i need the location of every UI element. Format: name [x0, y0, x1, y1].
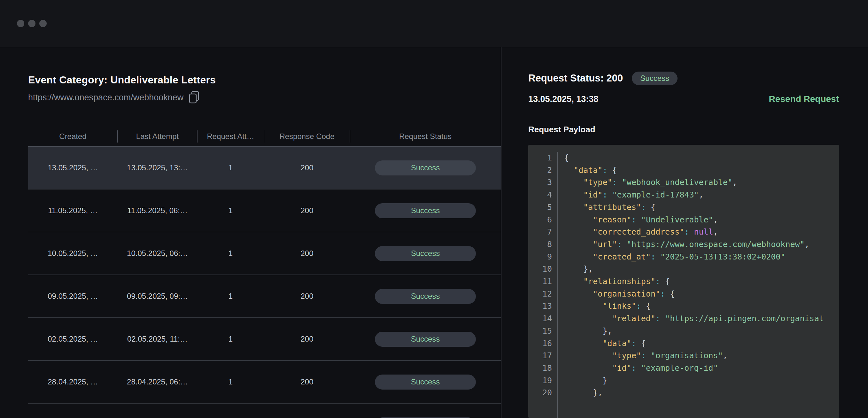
line-number: 9	[533, 251, 552, 263]
code-line: "data": {	[564, 337, 839, 350]
table-body: 13.05.2025, … 13.05.2025, 13:… 1 200 Suc…	[28, 147, 501, 418]
line-number: 3	[533, 176, 552, 189]
row-status-badge: Success	[375, 332, 476, 347]
table-row[interactable]: 11.05.2025, … 11.05.2025, 06:… 1 200 Suc…	[28, 190, 501, 232]
status-badge: Success	[632, 72, 678, 85]
cell-last-attempt: 02.05.2025, 11:…	[118, 334, 197, 344]
meta-row: 13.05.2025, 13:38 Resend Request	[528, 94, 839, 104]
row-status-badge: Success	[375, 246, 476, 261]
line-number: 6	[533, 214, 552, 226]
window-menu-dots-icon[interactable]	[17, 20, 46, 27]
page-title: Event Category: Undeliverable Letters	[28, 74, 501, 86]
app-window: Event Category: Undeliverable Letters ht…	[0, 0, 868, 418]
line-number: 10	[533, 263, 552, 276]
column-header-request-status: Request Status	[350, 127, 501, 146]
code-lines: { "data": { "type": "webhook_undeliverab…	[558, 152, 839, 418]
cell-response-code: 200	[264, 378, 350, 386]
line-number: 20	[533, 387, 552, 399]
code-line: },	[564, 387, 839, 399]
cell-last-attempt: 10.05.2025, 06:…	[118, 249, 197, 258]
webhook-events-panel: Event Category: Undeliverable Letters ht…	[0, 47, 501, 418]
cell-created: 11.05.2025, …	[28, 206, 118, 215]
table-header: Created Last Attempt Request Att… Respon…	[28, 127, 501, 147]
cell-request-attempts: 1	[197, 206, 264, 215]
line-number: 11	[533, 276, 552, 288]
code-line: "attributes": {	[564, 201, 839, 214]
cell-created: 02.05.2025, …	[28, 334, 118, 344]
table-row[interactable]: 13.05.2025, … 13.05.2025, 13:… 1 200 Suc…	[28, 147, 501, 190]
cell-last-attempt: 09.05.2025, 09:…	[118, 292, 197, 301]
code-line: "type": "webhook_undeliverable",	[564, 176, 839, 189]
dot-icon	[39, 20, 46, 27]
dot-icon	[28, 20, 35, 27]
line-number: 14	[533, 313, 552, 325]
row-status-badge: Success	[375, 289, 476, 304]
line-number: 7	[533, 226, 552, 238]
code-line: }	[564, 375, 839, 387]
line-number: 13	[533, 300, 552, 313]
cell-response-code: 200	[264, 206, 350, 215]
table-row[interactable]: 10.05.2025, … 10.05.2025, 06:… 1 200 Suc…	[28, 232, 501, 275]
code-line: },	[564, 263, 839, 276]
line-number: 4	[533, 189, 552, 201]
cell-response-code: 200	[264, 292, 350, 301]
code-line: "reason": "Undeliverable",	[564, 214, 839, 226]
line-number: 17	[533, 350, 552, 362]
line-number: 16	[533, 337, 552, 350]
code-line: "type": "organisations",	[564, 350, 839, 362]
cell-request-attempts: 1	[197, 334, 264, 344]
cell-created: 09.05.2025, …	[28, 292, 118, 301]
code-line: "id": "example-id-17843",	[564, 189, 839, 201]
column-header-request-attempts: Request Att…	[197, 127, 264, 146]
line-number: 12	[533, 288, 552, 300]
cell-request-attempts: 1	[197, 163, 264, 172]
copy-icon	[189, 91, 200, 104]
column-header-created: Created	[28, 127, 118, 146]
line-number: 15	[533, 325, 552, 337]
events-table: Created Last Attempt Request Att… Respon…	[28, 127, 501, 418]
code-line: "url": "https://www.onespace.com/webhook…	[564, 238, 839, 251]
resend-request-button[interactable]: Resend Request	[769, 94, 839, 104]
request-details-panel: Request Status: 200 Success 13.05.2025, …	[501, 47, 868, 418]
dot-icon	[17, 20, 24, 27]
code-line: "corrected_address": null,	[564, 226, 839, 238]
table-row[interactable]: Success	[28, 404, 501, 418]
code-line: "organisation": {	[564, 288, 839, 300]
line-number: 1	[533, 152, 552, 164]
code-line: {	[564, 152, 839, 164]
line-number: 8	[533, 238, 552, 251]
table-row[interactable]: 09.05.2025, … 09.05.2025, 09:… 1 200 Suc…	[28, 275, 501, 318]
main-content: Event Category: Undeliverable Letters ht…	[0, 47, 868, 418]
table-row[interactable]: 02.05.2025, … 02.05.2025, 11:… 1 200 Suc…	[28, 318, 501, 361]
cell-request-attempts: 1	[197, 378, 264, 386]
webhook-url-row: https://www.onespace.com/webhooknew	[28, 91, 501, 104]
code-line: "relationships": {	[564, 276, 839, 288]
row-status-badge: Success	[375, 160, 476, 175]
window-titlebar	[0, 0, 868, 47]
cell-created: 10.05.2025, …	[28, 249, 118, 258]
table-row[interactable]: 28.04.2025, … 28.04.2025, 06:… 1 200 Suc…	[28, 361, 501, 404]
cell-last-attempt: 28.04.2025, 06:…	[118, 378, 197, 386]
column-header-response-code: Response Code	[264, 127, 350, 146]
row-status-badge: Success	[375, 203, 476, 218]
line-number: 19	[533, 375, 552, 387]
cell-last-attempt: 11.05.2025, 06:…	[118, 206, 197, 215]
cell-response-code: 200	[264, 334, 350, 344]
line-number: 5	[533, 201, 552, 214]
line-number: 18	[533, 362, 552, 375]
request-status-title: Request Status: 200	[528, 72, 623, 84]
code-gutter: 1234567891011121314151617181920	[533, 152, 558, 418]
copy-url-button[interactable]	[189, 91, 200, 104]
cell-response-code: 200	[264, 163, 350, 172]
payload-code-block: 1234567891011121314151617181920 { "data"…	[528, 145, 839, 418]
status-row: Request Status: 200 Success	[528, 72, 839, 85]
code-line: "id": "example-org-id"	[564, 362, 839, 375]
payload-title: Request Payload	[528, 125, 839, 134]
code-line: "related": "https://api.pingen.com/organ…	[564, 313, 839, 325]
code-line: "data": {	[564, 164, 839, 177]
row-status-badge: Success	[375, 375, 476, 390]
code-line: "created_at": "2025-05-13T13:38:02+0200"	[564, 251, 839, 263]
line-number: 2	[533, 164, 552, 177]
column-header-last-attempt: Last Attempt	[118, 127, 197, 146]
cell-request-attempts: 1	[197, 249, 264, 258]
